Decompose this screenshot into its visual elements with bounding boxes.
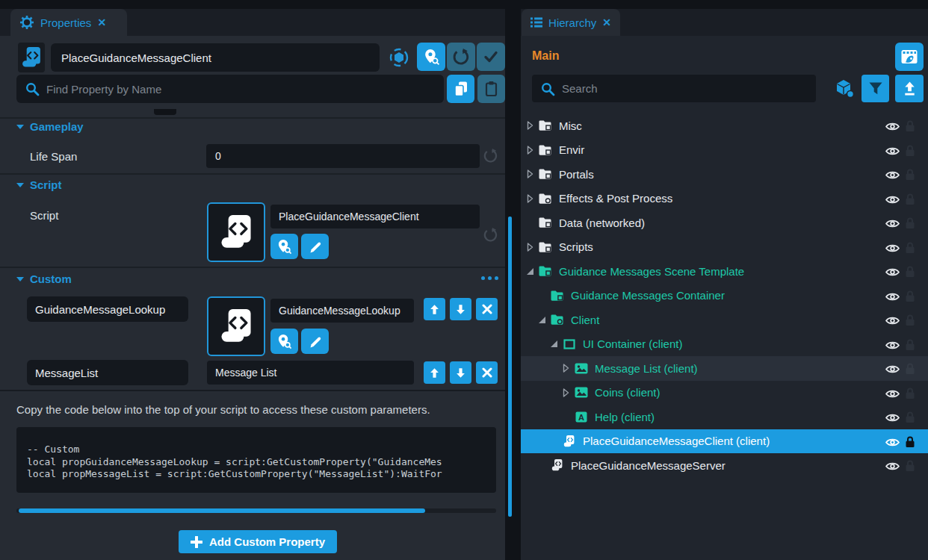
section-collapse-icon[interactable] [16, 183, 24, 187]
find-in-scene-button[interactable] [417, 43, 445, 71]
move-down-button[interactable] [450, 361, 471, 384]
lock-icon[interactable] [905, 119, 915, 134]
visibility-eye-icon[interactable] [885, 194, 900, 207]
lock-icon[interactable] [905, 193, 915, 208]
visibility-eye-icon[interactable] [885, 461, 900, 473]
networked-objects-icon[interactable] [835, 79, 855, 99]
visibility-eye-icon[interactable] [885, 267, 900, 279]
tree-row[interactable]: Data (networked) [521, 211, 928, 235]
reset-icon[interactable] [483, 149, 498, 163]
tab-hierarchy[interactable]: Hierarchy ✕ [522, 9, 620, 36]
export-button[interactable] [895, 75, 924, 102]
edit-asset-button[interactable] [301, 329, 329, 354]
lock-icon[interactable] [905, 362, 915, 377]
script-asset-slot[interactable] [207, 202, 265, 262]
lock-icon[interactable] [905, 144, 915, 159]
filter-button[interactable] [862, 75, 889, 102]
tree-row[interactable]: Client [521, 308, 928, 332]
add-custom-property-button[interactable]: Add Custom Property [179, 530, 337, 553]
find-property-input[interactable] [16, 75, 444, 103]
tree-row[interactable]: Coins (client) [521, 381, 928, 405]
visibility-eye-icon[interactable] [885, 388, 900, 401]
collapse-arrow-icon[interactable] [525, 267, 535, 276]
reset-properties-button[interactable] [447, 43, 475, 71]
visibility-eye-icon[interactable] [885, 169, 900, 182]
apply-button[interactable] [477, 43, 505, 71]
find-script-button[interactable] [270, 234, 298, 259]
expand-arrow-icon[interactable] [525, 194, 535, 203]
expand-arrow-icon[interactable] [525, 121, 535, 130]
expand-arrow-icon[interactable] [525, 243, 535, 252]
custom-property-name[interactable]: MessageList [27, 360, 188, 385]
tree-row[interactable]: Portals [521, 162, 928, 187]
tree-row[interactable]: UI Container (client) [521, 332, 928, 357]
tree-row[interactable]: Effects & Post Process [521, 187, 928, 211]
lock-icon[interactable] [905, 387, 915, 402]
lock-icon[interactable] [905, 459, 915, 474]
tree-row[interactable]: Scripts [521, 235, 928, 260]
copy-button[interactable] [447, 75, 474, 103]
paste-button[interactable] [477, 75, 505, 103]
lock-icon[interactable] [905, 314, 915, 329]
tree-row[interactable]: Guidance Messages Container [521, 284, 928, 308]
move-up-button[interactable] [424, 298, 445, 320]
section-collapse-icon[interactable] [16, 125, 24, 129]
expand-arrow-icon[interactable] [560, 388, 571, 397]
delete-property-button[interactable] [476, 298, 498, 320]
expand-arrow-icon[interactable] [525, 146, 535, 155]
find-asset-button[interactable] [270, 329, 298, 354]
section-gameplay-title[interactable]: Gameplay [30, 120, 84, 133]
lock-icon[interactable] [905, 435, 915, 450]
section-custom-title[interactable]: Custom [30, 273, 72, 285]
custom-property-name[interactable]: GuidanceMessageLookup [27, 296, 188, 322]
visibility-eye-icon[interactable] [885, 218, 900, 231]
custom-property-value[interactable]: Message List [207, 361, 414, 385]
lock-icon[interactable] [905, 290, 915, 305]
delete-property-button[interactable] [476, 361, 498, 384]
more-options-icon[interactable] [481, 276, 498, 280]
visibility-eye-icon[interactable] [885, 121, 900, 134]
edit-script-button[interactable] [301, 234, 329, 259]
lock-icon[interactable] [905, 217, 915, 231]
object-name-field[interactable] [51, 43, 380, 72]
horizontal-scrollbar[interactable] [16, 508, 496, 513]
reset-icon[interactable] [483, 228, 498, 242]
custom-asset-slot[interactable] [207, 296, 265, 356]
expand-arrow-icon[interactable] [525, 169, 535, 178]
tree-row[interactable]: Envir [521, 138, 928, 163]
lock-icon[interactable] [905, 338, 915, 353]
visibility-eye-icon[interactable] [885, 243, 900, 255]
visibility-eye-icon[interactable] [885, 146, 900, 158]
tree-row-selected[interactable]: PlaceGuidanceMessageClient (client) [521, 429, 928, 454]
scene-preview-button[interactable] [895, 43, 924, 71]
tab-properties[interactable]: Properties ✕ [10, 9, 127, 36]
tree-row[interactable]: PlaceGuidanceMessageServer [521, 453, 928, 478]
visibility-eye-icon[interactable] [885, 291, 900, 304]
life-span-input[interactable] [206, 144, 480, 168]
lock-icon[interactable] [905, 241, 915, 256]
tree-row[interactable]: A Help (client) [521, 405, 928, 429]
tree-row[interactable]: Message List (client) [521, 356, 928, 381]
vertical-scrollbar-thumb[interactable] [508, 217, 512, 517]
visibility-eye-icon[interactable] [885, 315, 900, 328]
script-asset-name[interactable]: PlaceGuidanceMessageClient [270, 205, 480, 228]
tree-row[interactable]: Guidance Messages Scene Template [521, 259, 928, 284]
collapse-arrow-icon[interactable] [536, 316, 547, 324]
lock-icon[interactable] [905, 168, 915, 183]
expand-arrow-icon[interactable] [560, 364, 571, 373]
lock-icon[interactable] [905, 265, 915, 280]
move-down-button[interactable] [450, 298, 471, 320]
code-snippet-block[interactable]: -- Custom local propGuidanceMessageLooku… [16, 427, 496, 493]
tree-row[interactable]: Misc [521, 113, 928, 138]
close-icon[interactable]: ✕ [602, 16, 611, 28]
visibility-eye-icon[interactable] [885, 412, 900, 425]
horizontal-scrollbar-thumb[interactable] [19, 508, 425, 513]
lock-icon[interactable] [905, 411, 915, 426]
custom-property-value[interactable]: GuidanceMessageLookup [270, 299, 414, 323]
section-collapse-icon[interactable] [16, 277, 24, 281]
visibility-eye-icon[interactable] [885, 364, 900, 376]
move-up-button[interactable] [424, 361, 445, 384]
collapse-arrow-icon[interactable] [548, 340, 559, 348]
visibility-eye-icon[interactable] [885, 437, 900, 449]
section-script-title[interactable]: Script [30, 178, 62, 191]
